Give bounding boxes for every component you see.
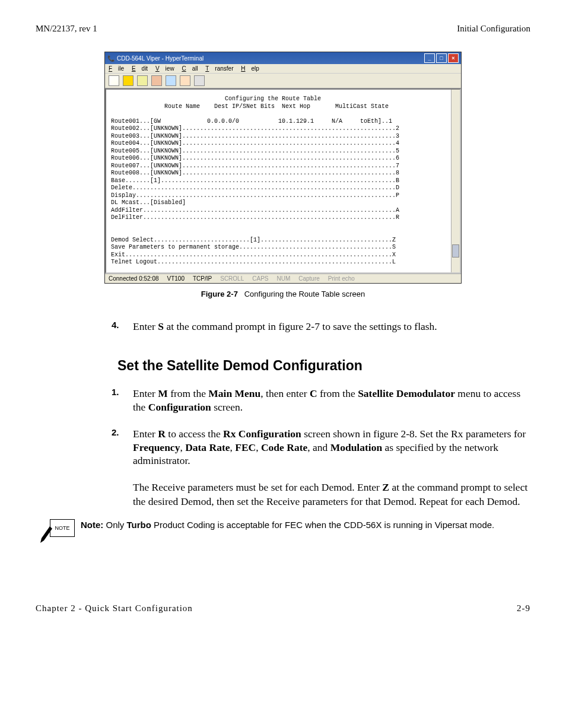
step-2: 2. Enter R to access the Rx Configuratio… bbox=[112, 427, 530, 468]
footer-right: 2-9 bbox=[517, 603, 530, 613]
toolbar bbox=[105, 74, 461, 88]
menu-help[interactable]: Help bbox=[241, 65, 259, 72]
status-caps: CAPS bbox=[252, 275, 268, 282]
maximize-icon[interactable]: □ bbox=[436, 53, 447, 63]
status-printecho: Print echo bbox=[328, 275, 355, 282]
step-number: 2. bbox=[112, 427, 133, 468]
status-scroll: SCROLL bbox=[220, 275, 244, 282]
section-heading: Set the Satellite Demod Configuration bbox=[117, 358, 530, 374]
step-body: Enter M from the Main Menu, then enter C… bbox=[133, 387, 530, 414]
status-num: NUM bbox=[276, 275, 290, 282]
step-number: 4. bbox=[112, 320, 133, 333]
app-icon: 📞 bbox=[107, 55, 115, 62]
paragraph: The Receive parameters must be set for e… bbox=[133, 481, 530, 508]
toolbar-new-icon[interactable] bbox=[109, 75, 119, 86]
step-body: Enter R to access the Rx Configuration s… bbox=[133, 427, 530, 468]
menu-file[interactable]: File bbox=[109, 65, 124, 72]
scrollbar[interactable] bbox=[451, 90, 460, 272]
window-title: CDD-564L Viper - HyperTerminal bbox=[117, 55, 203, 62]
status-emulation: VT100 bbox=[167, 275, 185, 282]
close-icon[interactable]: × bbox=[448, 53, 459, 63]
terminal-output: Configuring the Route Table Route Name D… bbox=[105, 88, 461, 274]
window-title-bar: 📞 CDD-564L Viper - HyperTerminal _ □ × bbox=[105, 52, 461, 64]
doc-header-right: Initial Configuration bbox=[457, 24, 530, 34]
status-connected: Connected 0:52:08 bbox=[109, 275, 159, 282]
toolbar-receive-icon[interactable] bbox=[180, 75, 190, 86]
figure-caption: Figure 2-7 Configuring the Route Table s… bbox=[36, 290, 530, 298]
menu-transfer[interactable]: Transfer bbox=[205, 65, 233, 72]
menu-call[interactable]: Call bbox=[182, 65, 198, 72]
status-bar: Connected 0:52:08 VT100 TCP/IP SCROLL CA… bbox=[105, 274, 461, 283]
step-number: 1. bbox=[112, 387, 133, 414]
note-text: Note: Only Turbo Product Coding is accep… bbox=[81, 519, 494, 531]
figure-label: Figure 2-7 bbox=[201, 290, 238, 298]
minimize-icon[interactable]: _ bbox=[424, 53, 435, 63]
toolbar-call-icon[interactable] bbox=[137, 75, 148, 86]
note-block: NOTE Note: Only Turbo Product Coding is … bbox=[36, 519, 530, 544]
status-capture: Capture bbox=[298, 275, 320, 282]
scroll-thumb[interactable] bbox=[452, 244, 459, 257]
menu-edit[interactable]: Edit bbox=[132, 65, 148, 72]
figure-text: Configuring the Route Table screen bbox=[244, 290, 365, 298]
step-4: 4. Enter S at the command prompt in figu… bbox=[112, 320, 530, 333]
toolbar-properties-icon[interactable] bbox=[194, 75, 205, 86]
hyperterminal-window: 📞 CDD-564L Viper - HyperTerminal _ □ × F… bbox=[104, 52, 462, 284]
toolbar-disconnect-icon[interactable] bbox=[151, 75, 162, 86]
toolbar-send-icon[interactable] bbox=[166, 75, 176, 86]
status-protocol: TCP/IP bbox=[193, 275, 212, 282]
menu-bar: File Edit View Call Transfer Help bbox=[105, 64, 461, 74]
terminal-text: Configuring the Route Table Route Name D… bbox=[111, 96, 399, 265]
note-icon: NOTE bbox=[42, 519, 75, 544]
step-1: 1. Enter M from the Main Menu, then ente… bbox=[112, 387, 530, 414]
toolbar-open-icon[interactable] bbox=[123, 75, 133, 86]
doc-header-left: MN/22137, rev 1 bbox=[36, 24, 97, 34]
footer-left: Chapter 2 - Quick Start Configuration bbox=[36, 603, 193, 613]
menu-view[interactable]: View bbox=[155, 65, 174, 72]
step-body: Enter S at the command prompt in figure … bbox=[133, 320, 437, 333]
